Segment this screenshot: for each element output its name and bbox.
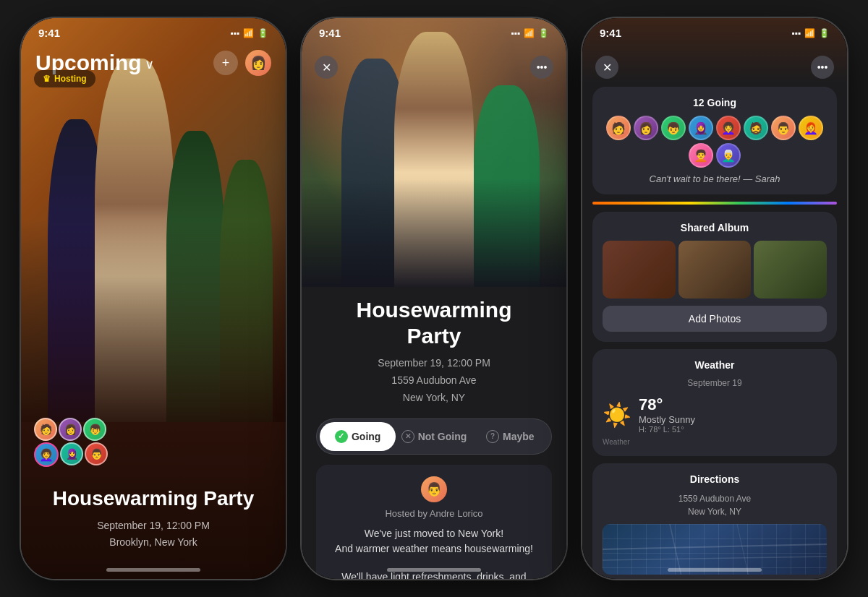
event-date: September 19, 12:00 PM (35, 517, 271, 533)
map-roads (603, 524, 827, 575)
phone-2: 9:41 ▪▪▪ 📶 🔋 ✕ ••• (300, 17, 568, 580)
directions-section: Directions 1559 Audubon Ave New York, NY (592, 463, 837, 579)
host-card: 👨 Hosted by Andre Lorico We've just move… (316, 465, 552, 579)
status-bar: 9:41 ▪▪▪ 📶 🔋 (21, 18, 286, 43)
status-time: 9:41 (38, 27, 60, 39)
x-icon: ✕ (401, 430, 414, 443)
add-photos-button[interactable]: Add Photos (603, 306, 827, 332)
header-actions: + 👩 (213, 50, 271, 76)
color-bar (592, 202, 837, 205)
attendee-avatar: 🧕 (689, 116, 713, 140)
going-button[interactable]: ✓ Going (320, 422, 396, 451)
wifi-icon: 📶 (243, 28, 254, 38)
going-count-title: 12 Going (603, 97, 827, 108)
attendee-avatar: 👩‍🦱 (716, 116, 741, 140)
hosting-badge: ♛ Hosting (34, 70, 95, 87)
not-going-label: Not Going (418, 431, 467, 442)
add-event-button[interactable]: + (213, 51, 238, 75)
weather-title: Weather (603, 359, 827, 371)
attendee-avatar: 👨 (85, 442, 108, 465)
attendee-avatar: 🧑‍🦱 (689, 143, 713, 168)
svg-line-0 (603, 544, 827, 549)
host-description-line1: We've just moved to New York! (328, 526, 540, 541)
event-photo (302, 18, 566, 287)
svg-line-3 (737, 524, 749, 575)
album-photo-1 (603, 241, 676, 298)
album-photo-3 (754, 241, 827, 298)
phone3-content: 12 Going 🧑 👩 👦 🧕 👩‍🦱 🧔 👨 👩‍🦰 🧑‍🦱 👨‍🦳 (582, 18, 847, 579)
event-info: Housewarming Party September 19, 12:00 P… (21, 487, 286, 550)
weather-info: 78° Mostly Sunny H: 78° L: 51° (639, 395, 827, 434)
directions-title: Directions (603, 473, 827, 485)
attendee-avatar: 👦 (83, 418, 106, 441)
status-icons: ▪▪▪ 📶 🔋 (791, 28, 830, 38)
event-title: Housewarming Party (331, 297, 537, 349)
attendee-avatar: 🧔 (744, 116, 768, 140)
svg-line-1 (603, 557, 827, 560)
more-options-button[interactable]: ••• (530, 56, 553, 79)
attendee-comment: Can't wait to be there! — Sarah (603, 173, 827, 184)
weather-section: Weather September 19 ☀️ 78° Mostly Sunny… (592, 349, 837, 456)
status-icons: ▪▪▪ 📶 🔋 (511, 28, 549, 38)
question-icon: ? (486, 430, 499, 443)
event-title: Housewarming Party (35, 487, 271, 510)
attendee-avatar: 👦 (661, 116, 686, 140)
close-button[interactable]: ✕ (595, 56, 618, 79)
battery-icon: 🔋 (538, 28, 549, 38)
weather-high-low: H: 78° L: 51° (639, 425, 827, 434)
event-detail-scroll: Housewarming Party September 19, 12:00 P… (302, 287, 566, 579)
attendee-avatar: 🧕 (60, 442, 83, 465)
directions-address: 1559 Audubon Ave New York, NY (603, 492, 827, 518)
host-avatar: 👨 (421, 476, 447, 502)
going-avatars-grid: 🧑 👩 👦 🧕 👩‍🦱 🧔 👨 👩‍🦰 🧑‍🦱 👨‍🦳 (603, 116, 827, 168)
signal-icon: ▪▪▪ (230, 28, 239, 38)
event-location: Brooklyn, New York (35, 534, 271, 550)
status-time: 9:41 (600, 27, 621, 39)
maybe-button[interactable]: ? Maybe (472, 422, 548, 451)
host-description-line2: And warmer weather means housewarming! (328, 541, 540, 557)
maybe-label: Maybe (503, 431, 535, 442)
battery-icon: 🔋 (258, 28, 268, 38)
going-section: 12 Going 🧑 👩 👦 🧕 👩‍🦱 🧔 👨 👩‍🦰 🧑‍🦱 👨‍🦳 (592, 87, 837, 194)
attendee-avatar: 👩‍🦱 (34, 442, 59, 467)
status-bar: 9:41 ▪▪▪ 📶 🔋 (582, 18, 847, 43)
shared-album-section: Shared Album Add Photos (592, 212, 837, 342)
attendee-avatar: 🧑 (606, 116, 631, 140)
wifi-icon: 📶 (804, 28, 815, 38)
directions-content: Directions 1559 Audubon Ave New York, NY (603, 473, 827, 575)
weather-date: September 19 (603, 378, 827, 388)
phone-1: 9:41 ▪▪▪ 📶 🔋 Upcoming ∨ + (20, 17, 287, 580)
phone-3: 9:41 ▪▪▪ 📶 🔋 ✕ ••• 12 Going 🧑 👩 (581, 17, 848, 580)
chevron-down-icon: ∨ (145, 56, 154, 72)
home-indicator (387, 568, 481, 572)
close-button[interactable]: ✕ (315, 56, 338, 79)
signal-icon: ▪▪▪ (791, 28, 801, 38)
add-photos-label: Add Photos (689, 313, 741, 325)
wifi-icon: 📶 (524, 28, 535, 38)
weather-source: Weather (603, 438, 827, 446)
attendee-avatar: 👩‍🦰 (799, 116, 823, 140)
hosting-label: Hosting (54, 74, 87, 84)
weather-description: Mostly Sunny (639, 414, 827, 425)
more-options-button[interactable]: ••• (811, 56, 834, 79)
crown-icon: ♛ (43, 74, 51, 84)
status-icons: ▪▪▪ 📶 🔋 (230, 28, 268, 38)
shared-album-title: Shared Album (603, 222, 827, 233)
home-indicator (106, 568, 200, 572)
event-text-area: Housewarming Party September 19, 12:00 P… (316, 297, 552, 406)
check-icon: ✓ (335, 430, 348, 443)
not-going-button[interactable]: ✕ Not Going (396, 422, 472, 451)
avatar-emoji: 👩 (250, 55, 266, 71)
going-label: Going (352, 431, 380, 442)
weather-temp: 78° (639, 395, 663, 413)
status-time: 9:41 (319, 27, 341, 39)
attendee-avatar: 👩 (59, 418, 82, 441)
weather-details: ☀️ 78° Mostly Sunny H: 78° L: 51° (603, 392, 827, 437)
attendee-avatar: 🧑 (34, 418, 57, 441)
home-indicator (668, 568, 762, 572)
map-preview[interactable] (603, 524, 827, 575)
event-content: Housewarming Party September 19, 12:00 P… (302, 287, 566, 579)
host-name: Hosted by Andre Lorico (328, 508, 540, 519)
user-avatar[interactable]: 👩 (245, 50, 271, 76)
status-bar: 9:41 ▪▪▪ 📶 🔋 (302, 18, 566, 43)
